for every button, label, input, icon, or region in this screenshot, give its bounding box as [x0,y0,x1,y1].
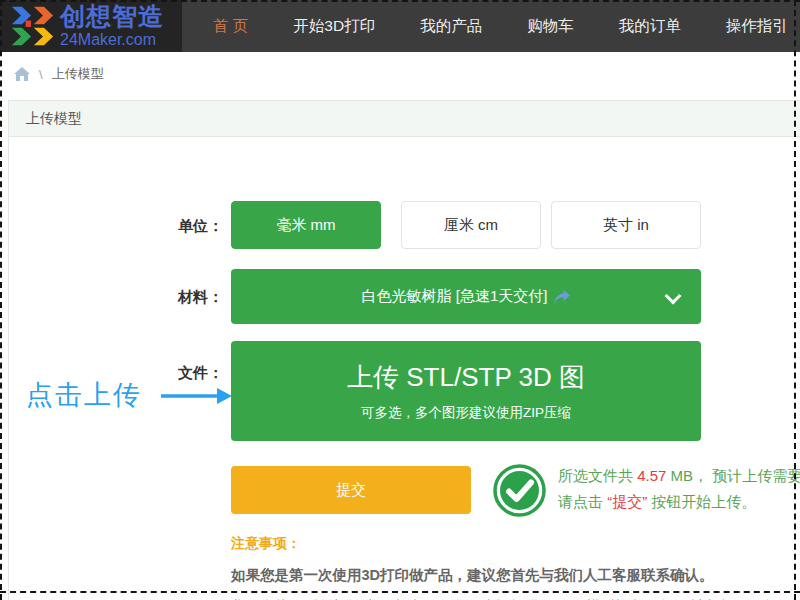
click-upload-annotation: 点击上传 [26,377,142,413]
notes-section: 注意事项： 如果您是第一次使用3D打印做产品，建议您首先与我们人工客服联系确认。… [231,535,800,600]
nav-item-guide[interactable]: 操作指引 [726,16,788,37]
material-select[interactable]: 白色光敏树脂 [急速1天交付] [231,269,701,324]
breadcrumb: \ 上传模型 [0,52,800,96]
notes-title: 注意事项： [231,535,800,553]
logo[interactable]: 创想智造 24Maker.com [0,0,182,52]
submit-button[interactable]: 提交 [231,466,471,514]
nav-item-my-products[interactable]: 我的产品 [420,16,482,37]
notes-line-1: 如果您是第一次使用3D打印做产品，建议您首先与我们人工客服联系确认。 [231,566,800,585]
unit-button-in[interactable]: 英寸 in [551,201,701,249]
file-size-value: 4.57 [637,467,666,484]
material-value: 白色光敏树脂 [急速1天交付] [362,287,548,306]
status-line-1: 所选文件共 4.57 MB， 预计上传需要 1 [558,463,800,489]
main-menu: 首 页 开始3D打印 我的产品 购物车 我的订单 操作指引 联 [213,0,800,52]
annotation-arrow-icon [161,385,233,407]
unit-button-cm[interactable]: 厘米 cm [401,201,541,249]
nav-item-my-orders[interactable]: 我的订单 [619,16,681,37]
upload-button-subtitle: 可多选，多个图形建议使用ZIP压缩 [361,404,571,422]
check-circle-icon [493,464,546,517]
logo-title: 创想智造 [60,4,164,29]
breadcrumb-current: 上传模型 [52,65,104,83]
chevron-down-icon [665,288,682,305]
logo-text: 创想智造 24Maker.com [60,4,164,48]
top-navbar: 创想智造 24Maker.com 首 页 开始3D打印 我的产品 购物车 我的订… [0,0,800,52]
panel-body: 单位： 毫米 mm 厘米 cm 英寸 in 材料： 白色光敏树脂 [急速1天交付… [9,137,800,600]
upload-button-title: 上传 STL/STP 3D 图 [347,360,585,395]
nav-item-start-3d-print[interactable]: 开始3D打印 [293,16,375,37]
nav-item-cart[interactable]: 购物车 [527,16,574,37]
home-icon[interactable] [14,67,30,82]
upload-status-text: 所选文件共 4.57 MB， 预计上传需要 1 请点击 “提交” 按钮开始上传。 [558,463,800,515]
logo-subtitle: 24Maker.com [60,32,164,48]
breadcrumb-separator: \ [39,67,43,82]
material-label: 材料： [83,288,223,307]
unit-button-mm[interactable]: 毫米 mm [231,201,381,249]
unit-label: 单位： [83,217,223,236]
upload-file-button[interactable]: 上传 STL/STP 3D 图 可多选，多个图形建议使用ZIP压缩 [231,341,701,441]
nav-item-home[interactable]: 首 页 [213,16,248,37]
logo-icon [10,5,54,47]
page: 创想智造 24Maker.com 首 页 开始3D打印 我的产品 购物车 我的订… [0,0,800,600]
status-line-2: 请点击 “提交” 按钮开始上传。 [558,489,800,515]
upload-panel: 上传模型 单位： 毫米 mm 厘米 cm 英寸 in 材料： 白色光敏树脂 [急… [8,100,800,600]
panel-title: 上传模型 [9,101,800,137]
material-share-icon [554,290,570,304]
